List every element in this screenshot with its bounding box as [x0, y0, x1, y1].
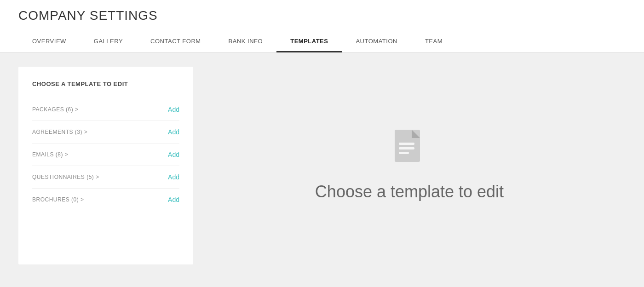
tab-contact-form[interactable]: CONTACT FORM	[137, 31, 215, 52]
template-label-3: QUESTIONNAIRES (5) >	[32, 174, 99, 180]
tab-overview[interactable]: OVERVIEW	[18, 31, 80, 52]
template-row-2[interactable]: EMAILS (8) >Add	[32, 143, 179, 166]
template-label-1: AGREEMENTS (3) >	[32, 129, 87, 135]
template-row-0[interactable]: PACKAGES (6) >Add	[32, 98, 179, 121]
template-add-0[interactable]: Add	[168, 106, 179, 113]
page-title: COMPANY SETTINGS	[18, 8, 626, 31]
tab-team[interactable]: TEAM	[411, 31, 456, 52]
template-row-3[interactable]: QUESTIONNAIRES (5) >Add	[32, 166, 179, 188]
header: COMPANY SETTINGS OVERVIEWGALLERYCONTACT …	[0, 0, 644, 53]
template-row-4[interactable]: BROCHURES (0) >Add	[32, 188, 179, 211]
svg-rect-2	[399, 143, 414, 145]
sidebar-title: CHOOSE A TEMPLATE TO EDIT	[32, 80, 179, 87]
right-panel: Choose a template to edit	[193, 67, 626, 264]
template-add-2[interactable]: Add	[168, 151, 179, 158]
template-add-3[interactable]: Add	[168, 173, 179, 181]
svg-rect-4	[399, 152, 409, 154]
template-add-1[interactable]: Add	[168, 128, 179, 136]
template-add-4[interactable]: Add	[168, 196, 179, 203]
template-label-4: BROCHURES (0) >	[32, 196, 84, 203]
tab-automation[interactable]: AUTOMATION	[342, 31, 411, 52]
template-list: PACKAGES (6) >AddAGREEMENTS (3) >AddEMAI…	[32, 98, 179, 211]
svg-rect-3	[399, 147, 414, 149]
tab-gallery[interactable]: GALLERY	[80, 31, 137, 52]
template-label-2: EMAILS (8) >	[32, 151, 68, 158]
tab-templates[interactable]: TEMPLATES	[276, 31, 342, 52]
main-content: CHOOSE A TEMPLATE TO EDIT PACKAGES (6) >…	[0, 53, 644, 278]
document-icon	[391, 130, 428, 171]
tab-bank-info[interactable]: BANK INFO	[215, 31, 277, 52]
template-row-1[interactable]: AGREEMENTS (3) >Add	[32, 121, 179, 143]
nav-tabs: OVERVIEWGALLERYCONTACT FORMBANK INFOTEMP…	[18, 31, 626, 52]
sidebar: CHOOSE A TEMPLATE TO EDIT PACKAGES (6) >…	[18, 67, 193, 264]
choose-template-label: Choose a template to edit	[315, 182, 504, 201]
template-label-0: PACKAGES (6) >	[32, 106, 78, 113]
